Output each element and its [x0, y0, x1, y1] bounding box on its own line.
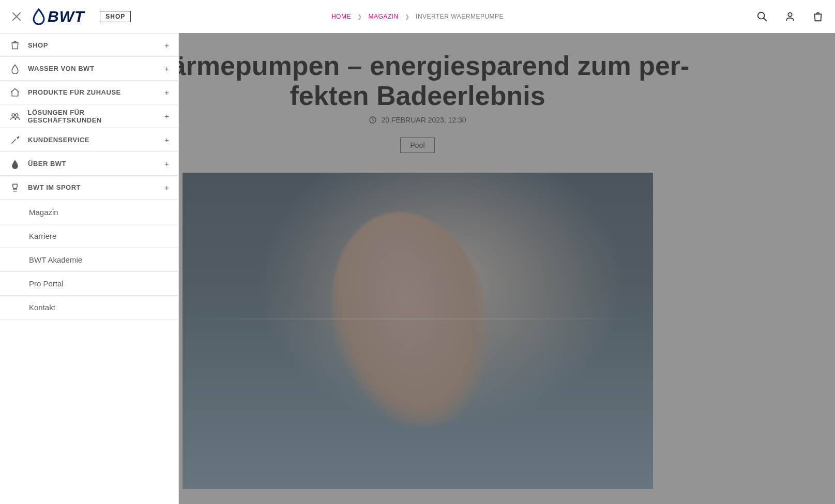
bwt-drop-icon	[9, 159, 21, 169]
expand-icon: +	[164, 112, 169, 120]
sidebar-item-loesungen[interactable]: LÖSUNGEN FÜR GESCHÄFTSKUNDEN +	[0, 104, 178, 128]
sidebar-item-label: SHOP	[28, 41, 48, 49]
bag-icon	[9, 40, 21, 50]
sidebar-secondary-karriere[interactable]: Karriere	[0, 224, 178, 248]
shop-pill[interactable]: SHOP	[100, 11, 131, 22]
sidebar-item-kundenservice[interactable]: KUNDENSERVICE +	[0, 128, 178, 152]
breadcrumb-current: INVERTER WAERMEPUMPE	[416, 13, 504, 20]
sidebar-item-label: PRODUKTE FÜR ZUHAUSE	[28, 88, 121, 96]
sidebar-item-produkte[interactable]: PRODUKTE FÜR ZUHAUSE +	[0, 81, 178, 104]
sidebar-item-shop[interactable]: SHOP +	[0, 33, 178, 57]
tools-icon	[9, 135, 21, 145]
brand-logo[interactable]: BWT	[32, 8, 84, 25]
site-header: BWT SHOP HOME ❯ MAGAZIN ❯ INVERTER WAERM…	[0, 0, 835, 33]
sidebar-secondary-kontakt[interactable]: Kontakt	[0, 296, 178, 319]
trophy-icon	[9, 182, 21, 193]
home-icon	[9, 87, 21, 98]
breadcrumb: HOME ❯ MAGAZIN ❯ INVERTER WAERMEPUMPE	[331, 13, 504, 20]
content-area: Wärmepumpen – energiesparend zum per- fe…	[0, 33, 835, 504]
breadcrumb-home[interactable]: HOME	[331, 13, 351, 20]
sidebar-item-label: KUNDENSERVICE	[28, 136, 89, 144]
svg-point-3	[12, 114, 14, 116]
chevron-right-icon: ❯	[357, 13, 362, 20]
account-button[interactable]	[783, 10, 797, 23]
search-button[interactable]	[755, 10, 769, 23]
breadcrumb-magazin[interactable]: MAGAZIN	[368, 13, 398, 20]
expand-icon: +	[164, 135, 169, 144]
drop-icon	[9, 64, 21, 74]
sidebar-nav: SHOP + WASSER VON BWT + PRODUKTE FÜR ZUH…	[0, 33, 179, 504]
header-left: BWT SHOP	[10, 8, 131, 25]
sidebar-secondary-magazin[interactable]: Magazin	[0, 201, 178, 224]
svg-point-4	[16, 114, 18, 116]
sidebar-secondary-akademie[interactable]: BWT Akademie	[0, 248, 178, 272]
people-icon	[9, 111, 20, 121]
expand-icon: +	[164, 64, 169, 73]
header-right	[755, 10, 825, 23]
chevron-right-icon: ❯	[405, 13, 410, 20]
sidebar-secondary-proportal[interactable]: Pro Portal	[0, 272, 178, 296]
bwt-drop-icon	[32, 8, 45, 25]
expand-icon: +	[164, 183, 169, 192]
cart-button[interactable]	[811, 10, 825, 23]
sidebar-item-ueber[interactable]: ÜBER BWT +	[0, 152, 178, 176]
logo-text: BWT	[48, 8, 84, 25]
expand-icon: +	[164, 88, 169, 97]
user-icon	[784, 11, 796, 22]
sidebar-item-label: BWT IM SPORT	[28, 184, 81, 191]
sidebar-item-label: WASSER VON BWT	[28, 65, 94, 72]
svg-point-1	[788, 13, 792, 17]
sidebar-item-sport[interactable]: BWT IM SPORT +	[0, 176, 178, 200]
sidebar-item-wasser[interactable]: WASSER VON BWT +	[0, 57, 178, 81]
sidebar-item-label: LÖSUNGEN FÜR GESCHÄFTSKUNDEN	[27, 109, 157, 124]
sidebar-item-label: ÜBER BWT	[28, 160, 66, 167]
close-icon	[12, 12, 21, 21]
menu-close-button[interactable]	[10, 10, 23, 23]
search-icon	[756, 11, 768, 22]
bag-icon	[812, 11, 824, 22]
expand-icon: +	[164, 41, 169, 50]
expand-icon: +	[164, 159, 169, 168]
